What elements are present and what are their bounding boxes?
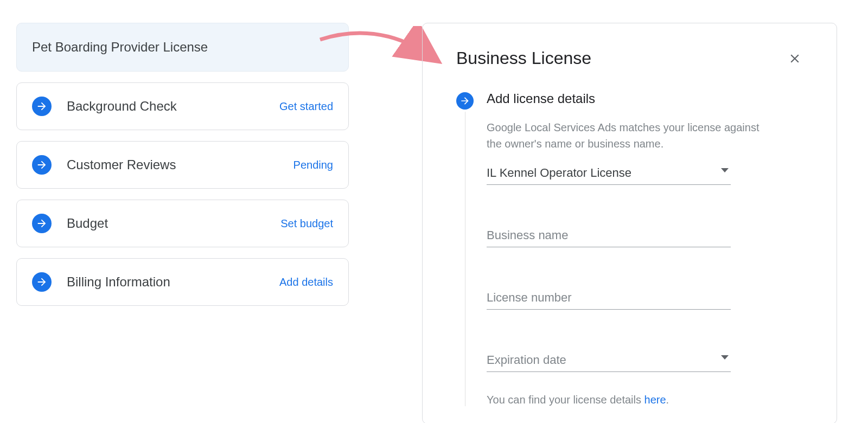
business-name-field[interactable]: Business name <box>487 224 731 247</box>
license-header-card[interactable]: Pet Boarding Provider License <box>16 23 349 72</box>
arrow-right-circle-icon <box>32 272 52 292</box>
panel-title: Business License <box>456 48 591 68</box>
step-card-background-check[interactable]: Background Check Get started <box>16 82 349 130</box>
chevron-down-icon <box>721 355 729 360</box>
license-type-select[interactable]: IL Kennel Operator License <box>487 162 731 185</box>
step-action-link[interactable]: Add details <box>279 276 333 289</box>
footer-help-text: You can find your license details here. <box>487 394 803 406</box>
step-action-link[interactable]: Set budget <box>280 217 333 230</box>
expiration-date-select[interactable]: Expiration date <box>487 349 731 372</box>
step-action-link[interactable]: Get started <box>279 100 333 113</box>
step-action-link[interactable]: Pending <box>293 159 333 171</box>
section-heading: Add license details <box>487 91 803 106</box>
panel-header: Business License <box>456 48 803 68</box>
license-header-title: Pet Boarding Provider License <box>32 40 208 55</box>
business-name-input[interactable] <box>487 224 731 247</box>
expiration-date-input[interactable] <box>487 349 731 372</box>
license-number-input[interactable] <box>487 286 731 310</box>
step-card-billing-information[interactable]: Billing Information Add details <box>16 258 349 306</box>
step-label: Budget <box>67 216 280 231</box>
chevron-down-icon <box>721 168 729 172</box>
step-label: Billing Information <box>67 274 279 290</box>
arrow-right-circle-icon <box>32 214 52 233</box>
arrow-right-circle-icon <box>32 155 52 175</box>
add-license-section: Add license details Google Local Service… <box>456 91 803 406</box>
step-card-budget[interactable]: Budget Set budget <box>16 200 349 247</box>
section-description: Google Local Services Ads matches your l… <box>487 119 763 152</box>
step-label: Customer Reviews <box>67 157 293 172</box>
license-number-field[interactable]: License number <box>487 286 731 310</box>
license-type-value: IL Kennel Operator License <box>487 162 731 185</box>
arrow-right-circle-icon <box>456 92 474 110</box>
step-label: Background Check <box>67 99 279 114</box>
close-icon[interactable] <box>787 50 803 67</box>
license-details-link[interactable]: here <box>644 394 666 406</box>
step-card-customer-reviews[interactable]: Customer Reviews Pending <box>16 141 349 189</box>
business-license-panel: Business License Add license details Goo… <box>422 23 837 423</box>
onboarding-steps-panel: Pet Boarding Provider License Background… <box>16 23 349 317</box>
arrow-right-circle-icon <box>32 97 52 116</box>
timeline-line <box>465 112 465 406</box>
